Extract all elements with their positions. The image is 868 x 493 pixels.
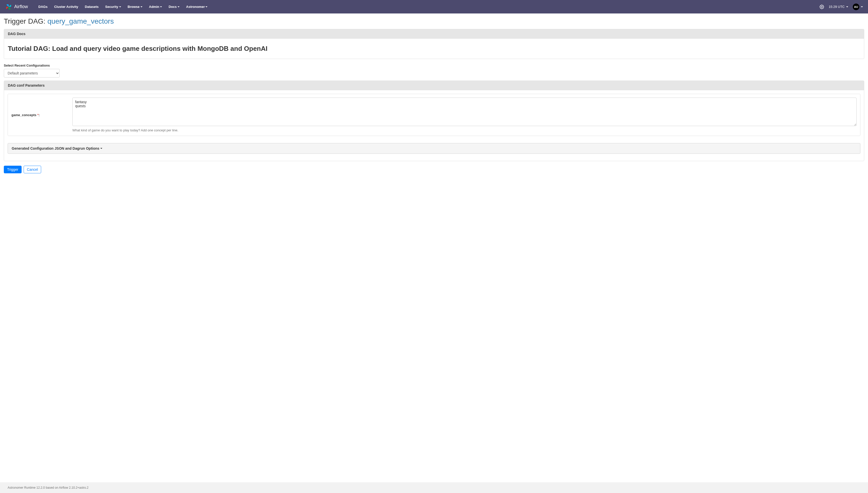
nav-item-cluster-activity[interactable]: Cluster Activity xyxy=(51,0,82,14)
airflow-logo-icon xyxy=(5,3,12,10)
nav-item-docs[interactable]: Docs xyxy=(165,0,183,14)
param-help-text: What kind of game do you want to play to… xyxy=(72,128,856,132)
caret-down-icon xyxy=(178,6,180,7)
param-name: game_concepts xyxy=(12,113,36,117)
nav-left: DAGsCluster ActivityDatasetsSecurityBrow… xyxy=(35,0,211,14)
nav-item-label: Datasets xyxy=(85,5,98,9)
param-input-cell: What kind of game do you want to play to… xyxy=(72,98,856,132)
brand-text: Airflow xyxy=(14,4,28,9)
caret-down-icon xyxy=(160,6,162,7)
clock-dropdown[interactable]: 15:29 UTC xyxy=(829,5,848,9)
svg-point-0 xyxy=(821,6,823,7)
recent-config-label: Select Recent Configurations xyxy=(4,64,864,67)
param-label: game_concepts *: xyxy=(12,113,72,117)
caret-down-icon xyxy=(846,6,848,7)
user-avatar: AU xyxy=(853,4,859,10)
trigger-button[interactable]: Trigger xyxy=(4,166,22,173)
nav-item-admin[interactable]: Admin xyxy=(146,0,165,14)
nav-item-label: Security xyxy=(105,5,118,9)
cancel-button[interactable]: Cancel xyxy=(24,166,41,173)
dag-docs-panel: DAG Docs Tutorial DAG: Load and query vi… xyxy=(4,29,864,59)
recent-config-group: Select Recent Configurations Default par… xyxy=(4,64,864,78)
dag-docs-heading: DAG Docs xyxy=(4,29,864,39)
caret-down-icon xyxy=(861,6,863,7)
nav-item-astronomer[interactable]: Astronomer xyxy=(183,0,211,14)
param-row-game-concepts: game_concepts *: What kind of game do yo… xyxy=(8,94,860,136)
generated-json-toggle[interactable]: Generated Configuration JSON and Dagrun … xyxy=(8,143,860,153)
generated-json-heading-text: Generated Configuration JSON and Dagrun … xyxy=(12,146,99,150)
params-table: game_concepts *: What kind of game do yo… xyxy=(8,94,860,136)
page-title-prefix: Trigger DAG: xyxy=(4,17,47,25)
nav-item-dags[interactable]: DAGs xyxy=(35,0,51,14)
recent-config-select[interactable]: Default parameters xyxy=(4,69,60,78)
dag-conf-heading: DAG conf Parameters xyxy=(4,81,864,90)
clock-text: 15:29 UTC xyxy=(829,5,845,9)
nav-item-label: Astronomer xyxy=(186,5,205,9)
nav-item-label: Admin xyxy=(149,5,159,9)
nav-item-label: DAGs xyxy=(38,5,47,9)
brand-link[interactable]: Airflow xyxy=(5,3,28,10)
param-colon: : xyxy=(39,113,40,117)
page-content: Trigger DAG: query_game_vectors DAG Docs… xyxy=(0,14,868,177)
caret-down-icon xyxy=(119,6,121,7)
page-title: Trigger DAG: query_game_vectors xyxy=(4,17,864,25)
nav-item-security[interactable]: Security xyxy=(102,0,124,14)
nav-right: 15:29 UTC AU xyxy=(820,4,863,10)
caret-down-icon xyxy=(140,6,142,7)
game-concepts-textarea[interactable] xyxy=(72,98,856,126)
nav-item-label: Browse xyxy=(128,5,140,9)
dag-id-link[interactable]: query_game_vectors xyxy=(47,17,114,25)
form-actions: Trigger Cancel xyxy=(4,166,864,173)
user-initials: AU xyxy=(854,5,858,8)
main-navbar: Airflow DAGsCluster ActivityDatasetsSecu… xyxy=(0,0,868,14)
nav-item-browse[interactable]: Browse xyxy=(124,0,146,14)
nav-item-datasets[interactable]: Datasets xyxy=(82,0,102,14)
nav-item-label: Cluster Activity xyxy=(54,5,78,9)
generated-json-panel: Generated Configuration JSON and Dagrun … xyxy=(8,143,860,154)
nav-item-label: Docs xyxy=(168,5,177,9)
caret-down-icon xyxy=(205,6,207,7)
dag-docs-body: Tutorial DAG: Load and query video game … xyxy=(4,39,864,59)
settings-gear-icon[interactable] xyxy=(820,5,824,9)
user-menu[interactable]: AU xyxy=(853,4,863,10)
caret-down-icon xyxy=(100,148,102,149)
dag-conf-panel: DAG conf Parameters game_concepts *: Wha… xyxy=(4,81,864,161)
